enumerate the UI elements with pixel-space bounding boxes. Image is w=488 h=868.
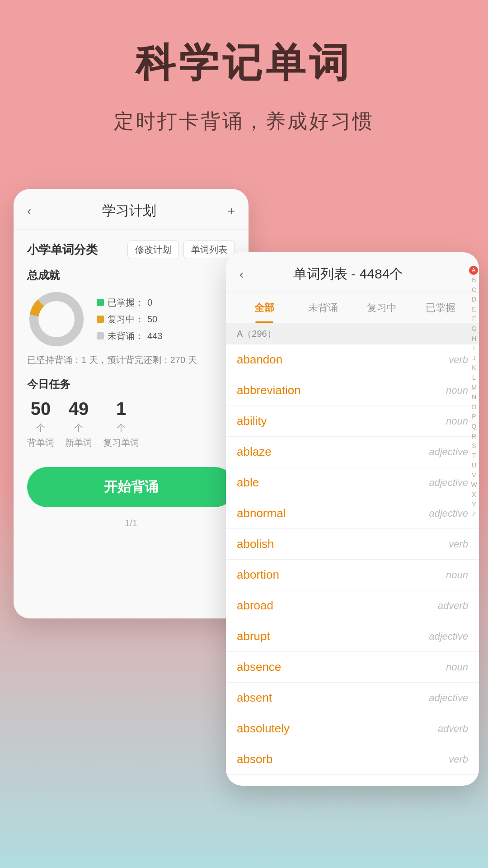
alpha-letter[interactable]: E (469, 305, 479, 314)
word-text: absolutely (237, 722, 290, 736)
alpha-letter[interactable]: B (469, 276, 479, 285)
alpha-letter[interactable]: N (469, 393, 479, 402)
alpha-letter[interactable]: U (469, 461, 479, 470)
word-item[interactable]: absorb verb (226, 744, 479, 775)
task-new-number: 49 (69, 399, 89, 419)
word-pos: adjective (429, 477, 468, 489)
task-new-unit: 个 (74, 422, 83, 434)
reviewing-value: 50 (147, 314, 157, 325)
back-button-left[interactable]: ‹ (27, 204, 31, 218)
task-new: 49 个 新单词 (65, 399, 92, 449)
study-plan-card: ‹ 学习计划 + 小学单词分类 修改计划 单词列表 总成就 (14, 189, 249, 618)
word-item[interactable]: abroad adverb (226, 590, 479, 621)
action-buttons: 修改计划 单词列表 (127, 241, 235, 259)
task-total: 50 个 背单词 (27, 399, 54, 449)
alpha-letter[interactable]: F (469, 315, 479, 324)
alpha-letter[interactable]: R (469, 432, 479, 441)
word-text: abroad (237, 599, 273, 613)
study-plan-title: 学习计划 (31, 202, 227, 220)
word-pos: noun (446, 661, 468, 673)
alpha-letter[interactable]: P (469, 412, 479, 421)
tab-unlearned[interactable]: 未背诵 (294, 293, 352, 323)
alpha-letter[interactable]: L (469, 373, 479, 382)
alpha-letter[interactable]: A (469, 266, 478, 275)
alpha-letter[interactable]: C (469, 286, 479, 295)
word-item[interactable]: absent adjective (226, 683, 479, 713)
achievement-row: 已掌握： 0 复习中： 50 未背诵： 443 (27, 290, 235, 349)
word-pos: adverb (438, 600, 468, 612)
legend: 已掌握： 0 复习中： 50 未背诵： 443 (97, 297, 162, 342)
alpha-index: ABCDEFGHIJKLMNOPQRSTUVWXYZ (469, 266, 479, 519)
word-item[interactable]: abnormal adjective (226, 498, 479, 529)
alpha-letter[interactable]: K (469, 363, 479, 373)
legend-unlearned: 未背诵： 443 (97, 330, 162, 342)
hero-section: 科学记单词 定时打卡背诵，养成好习惯 (0, 0, 488, 162)
word-text: ablaze (237, 445, 272, 459)
back-button-right[interactable]: ‹ (239, 267, 244, 282)
word-item[interactable]: abortion noun (226, 560, 479, 590)
streak-text: 已坚持背诵：1 天，预计背完还剩：270 天 (27, 354, 235, 366)
tab-mastered[interactable]: 已掌握 (411, 293, 470, 323)
word-text: abortion (237, 568, 279, 582)
word-item[interactable]: abandon verb (226, 344, 479, 375)
category-label: 小学单词分类 (27, 242, 98, 258)
alpha-letter[interactable]: G (469, 325, 479, 334)
word-text: abnormal (237, 506, 286, 520)
alpha-letter[interactable]: J (469, 354, 479, 363)
word-item[interactable]: able adjective (226, 467, 479, 498)
alpha-letter[interactable]: H (469, 335, 479, 344)
word-pos: noun (446, 569, 468, 581)
unlearned-label: 未背诵： (108, 330, 144, 342)
add-button[interactable]: + (228, 204, 235, 218)
word-text: abbreviation (237, 383, 301, 397)
hero-subtitle: 定时打卡背诵，养成好习惯 (18, 108, 470, 135)
section-header-a: A（296） (226, 323, 479, 344)
alpha-letter[interactable]: M (469, 383, 479, 392)
word-item[interactable]: abbreviation noun (226, 375, 479, 406)
alpha-letter[interactable]: Y (469, 500, 479, 509)
word-pos: verb (449, 354, 468, 366)
alpha-letter[interactable]: O (469, 403, 479, 412)
word-text: ability (237, 414, 267, 428)
alpha-letter[interactable]: V (469, 471, 479, 480)
word-list: abandon verb abbreviation noun ability n… (226, 344, 479, 775)
alpha-letter[interactable]: W (469, 481, 479, 490)
mastered-value: 0 (147, 297, 152, 308)
word-tabs: 全部 未背诵 复习中 已掌握 (226, 293, 479, 323)
alpha-letter[interactable]: T (469, 452, 479, 461)
category-row: 小学单词分类 修改计划 单词列表 (27, 241, 235, 259)
alpha-letter[interactable]: I (469, 344, 479, 353)
word-list-button[interactable]: 单词列表 (183, 241, 235, 259)
hero-title: 科学记单词 (18, 36, 470, 90)
word-item[interactable]: absence noun (226, 652, 479, 683)
word-item[interactable]: ablaze adjective (226, 437, 479, 467)
task-total-desc: 背单词 (27, 437, 54, 449)
tab-reviewing[interactable]: 复习中 (352, 293, 411, 323)
word-item[interactable]: ability noun (226, 406, 479, 437)
task-review-number: 1 (116, 399, 126, 419)
word-item[interactable]: absolutely adverb (226, 713, 479, 744)
alpha-letter[interactable]: Z (469, 510, 479, 519)
task-new-desc: 新单词 (65, 437, 92, 449)
task-total-unit: 个 (36, 422, 45, 434)
word-item[interactable]: abolish verb (226, 529, 479, 560)
start-reciting-button[interactable]: 开始背诵 (27, 467, 235, 507)
unlearned-dot (97, 332, 104, 340)
word-pos: adjective (429, 692, 468, 704)
alpha-letter[interactable]: S (469, 442, 479, 451)
modify-plan-button[interactable]: 修改计划 (127, 241, 179, 259)
tab-all[interactable]: 全部 (235, 293, 294, 323)
word-list-title: 单词列表 - 4484个 (244, 265, 453, 283)
alpha-letter[interactable]: Q (469, 422, 479, 431)
word-text: abandon (237, 353, 282, 367)
alpha-letter[interactable]: X (469, 491, 479, 500)
task-review-unit: 个 (117, 422, 126, 434)
task-review-desc: 复习单词 (103, 437, 139, 449)
word-text: absent (237, 691, 272, 705)
word-text: absorb (237, 752, 273, 766)
donut-chart (27, 290, 86, 349)
word-item[interactable]: abrupt adjective (226, 621, 479, 652)
alpha-letter[interactable]: D (469, 295, 479, 304)
legend-mastered: 已掌握： 0 (97, 297, 162, 309)
task-stats: 50 个 背单词 49 个 新单词 1 个 复习单词 (27, 399, 235, 449)
